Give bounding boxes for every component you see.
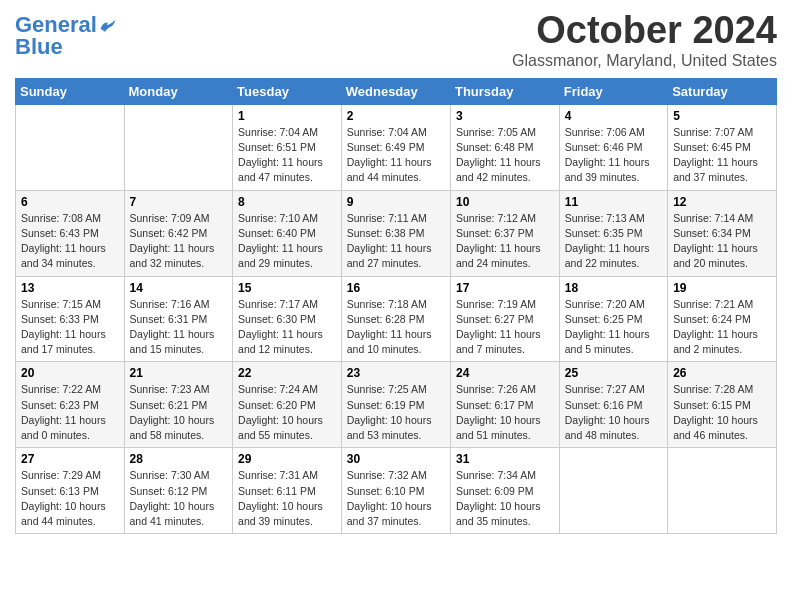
- day-number: 31: [456, 452, 554, 466]
- calendar-cell: 24Sunrise: 7:26 AM Sunset: 6:17 PM Dayli…: [450, 362, 559, 448]
- day-info: Sunrise: 7:06 AM Sunset: 6:46 PM Dayligh…: [565, 125, 662, 186]
- day-number: 11: [565, 195, 662, 209]
- calendar-cell: 17Sunrise: 7:19 AM Sunset: 6:27 PM Dayli…: [450, 276, 559, 362]
- day-number: 7: [130, 195, 228, 209]
- calendar-cell: 20Sunrise: 7:22 AM Sunset: 6:23 PM Dayli…: [16, 362, 125, 448]
- day-number: 8: [238, 195, 336, 209]
- calendar-cell: 8Sunrise: 7:10 AM Sunset: 6:40 PM Daylig…: [233, 190, 342, 276]
- day-info: Sunrise: 7:30 AM Sunset: 6:12 PM Dayligh…: [130, 468, 228, 529]
- day-info: Sunrise: 7:20 AM Sunset: 6:25 PM Dayligh…: [565, 297, 662, 358]
- day-number: 29: [238, 452, 336, 466]
- calendar-cell: 10Sunrise: 7:12 AM Sunset: 6:37 PM Dayli…: [450, 190, 559, 276]
- calendar-cell: 2Sunrise: 7:04 AM Sunset: 6:49 PM Daylig…: [341, 104, 450, 190]
- day-info: Sunrise: 7:21 AM Sunset: 6:24 PM Dayligh…: [673, 297, 771, 358]
- day-of-week-friday: Friday: [559, 78, 667, 104]
- day-number: 3: [456, 109, 554, 123]
- day-info: Sunrise: 7:27 AM Sunset: 6:16 PM Dayligh…: [565, 382, 662, 443]
- day-number: 15: [238, 281, 336, 295]
- day-number: 13: [21, 281, 119, 295]
- day-info: Sunrise: 7:14 AM Sunset: 6:34 PM Dayligh…: [673, 211, 771, 272]
- day-number: 22: [238, 366, 336, 380]
- calendar-table: SundayMondayTuesdayWednesdayThursdayFrid…: [15, 78, 777, 534]
- day-info: Sunrise: 7:04 AM Sunset: 6:49 PM Dayligh…: [347, 125, 445, 186]
- day-number: 16: [347, 281, 445, 295]
- day-number: 23: [347, 366, 445, 380]
- day-number: 18: [565, 281, 662, 295]
- day-info: Sunrise: 7:18 AM Sunset: 6:28 PM Dayligh…: [347, 297, 445, 358]
- calendar-cell: [124, 104, 233, 190]
- day-info: Sunrise: 7:25 AM Sunset: 6:19 PM Dayligh…: [347, 382, 445, 443]
- calendar-cell: 13Sunrise: 7:15 AM Sunset: 6:33 PM Dayli…: [16, 276, 125, 362]
- day-info: Sunrise: 7:31 AM Sunset: 6:11 PM Dayligh…: [238, 468, 336, 529]
- calendar-body: 1Sunrise: 7:04 AM Sunset: 6:51 PM Daylig…: [16, 104, 777, 533]
- week-row-3: 20Sunrise: 7:22 AM Sunset: 6:23 PM Dayli…: [16, 362, 777, 448]
- day-number: 12: [673, 195, 771, 209]
- day-info: Sunrise: 7:11 AM Sunset: 6:38 PM Dayligh…: [347, 211, 445, 272]
- day-number: 4: [565, 109, 662, 123]
- calendar-cell: 12Sunrise: 7:14 AM Sunset: 6:34 PM Dayli…: [668, 190, 777, 276]
- calendar-cell: 27Sunrise: 7:29 AM Sunset: 6:13 PM Dayli…: [16, 448, 125, 534]
- calendar-cell: 28Sunrise: 7:30 AM Sunset: 6:12 PM Dayli…: [124, 448, 233, 534]
- day-number: 25: [565, 366, 662, 380]
- day-number: 5: [673, 109, 771, 123]
- day-info: Sunrise: 7:08 AM Sunset: 6:43 PM Dayligh…: [21, 211, 119, 272]
- logo: General Blue: [15, 14, 117, 58]
- week-row-2: 13Sunrise: 7:15 AM Sunset: 6:33 PM Dayli…: [16, 276, 777, 362]
- day-of-week-sunday: Sunday: [16, 78, 125, 104]
- day-info: Sunrise: 7:10 AM Sunset: 6:40 PM Dayligh…: [238, 211, 336, 272]
- calendar-cell: 25Sunrise: 7:27 AM Sunset: 6:16 PM Dayli…: [559, 362, 667, 448]
- day-number: 1: [238, 109, 336, 123]
- day-number: 20: [21, 366, 119, 380]
- calendar-cell: 21Sunrise: 7:23 AM Sunset: 6:21 PM Dayli…: [124, 362, 233, 448]
- day-number: 14: [130, 281, 228, 295]
- day-info: Sunrise: 7:16 AM Sunset: 6:31 PM Dayligh…: [130, 297, 228, 358]
- day-info: Sunrise: 7:26 AM Sunset: 6:17 PM Dayligh…: [456, 382, 554, 443]
- day-number: 27: [21, 452, 119, 466]
- day-info: Sunrise: 7:34 AM Sunset: 6:09 PM Dayligh…: [456, 468, 554, 529]
- day-info: Sunrise: 7:32 AM Sunset: 6:10 PM Dayligh…: [347, 468, 445, 529]
- day-info: Sunrise: 7:23 AM Sunset: 6:21 PM Dayligh…: [130, 382, 228, 443]
- calendar-cell: [668, 448, 777, 534]
- day-info: Sunrise: 7:19 AM Sunset: 6:27 PM Dayligh…: [456, 297, 554, 358]
- calendar-cell: 19Sunrise: 7:21 AM Sunset: 6:24 PM Dayli…: [668, 276, 777, 362]
- day-number: 24: [456, 366, 554, 380]
- day-of-week-wednesday: Wednesday: [341, 78, 450, 104]
- day-number: 21: [130, 366, 228, 380]
- day-number: 6: [21, 195, 119, 209]
- calendar-cell: 3Sunrise: 7:05 AM Sunset: 6:48 PM Daylig…: [450, 104, 559, 190]
- day-number: 9: [347, 195, 445, 209]
- calendar-cell: 7Sunrise: 7:09 AM Sunset: 6:42 PM Daylig…: [124, 190, 233, 276]
- day-number: 26: [673, 366, 771, 380]
- calendar-header: SundayMondayTuesdayWednesdayThursdayFrid…: [16, 78, 777, 104]
- day-info: Sunrise: 7:09 AM Sunset: 6:42 PM Dayligh…: [130, 211, 228, 272]
- page-header: General Blue October 2024 Glassmanor, Ma…: [15, 10, 777, 70]
- day-number: 2: [347, 109, 445, 123]
- day-info: Sunrise: 7:05 AM Sunset: 6:48 PM Dayligh…: [456, 125, 554, 186]
- calendar-cell: 4Sunrise: 7:06 AM Sunset: 6:46 PM Daylig…: [559, 104, 667, 190]
- calendar-cell: [559, 448, 667, 534]
- title-block: October 2024 Glassmanor, Maryland, Unite…: [512, 10, 777, 70]
- day-number: 28: [130, 452, 228, 466]
- calendar-cell: 29Sunrise: 7:31 AM Sunset: 6:11 PM Dayli…: [233, 448, 342, 534]
- day-info: Sunrise: 7:17 AM Sunset: 6:30 PM Dayligh…: [238, 297, 336, 358]
- calendar-cell: 22Sunrise: 7:24 AM Sunset: 6:20 PM Dayli…: [233, 362, 342, 448]
- calendar-cell: [16, 104, 125, 190]
- day-info: Sunrise: 7:13 AM Sunset: 6:35 PM Dayligh…: [565, 211, 662, 272]
- calendar-title: October 2024: [512, 10, 777, 52]
- day-info: Sunrise: 7:07 AM Sunset: 6:45 PM Dayligh…: [673, 125, 771, 186]
- calendar-subtitle: Glassmanor, Maryland, United States: [512, 52, 777, 70]
- day-info: Sunrise: 7:22 AM Sunset: 6:23 PM Dayligh…: [21, 382, 119, 443]
- calendar-cell: 1Sunrise: 7:04 AM Sunset: 6:51 PM Daylig…: [233, 104, 342, 190]
- day-info: Sunrise: 7:04 AM Sunset: 6:51 PM Dayligh…: [238, 125, 336, 186]
- day-info: Sunrise: 7:29 AM Sunset: 6:13 PM Dayligh…: [21, 468, 119, 529]
- day-info: Sunrise: 7:24 AM Sunset: 6:20 PM Dayligh…: [238, 382, 336, 443]
- logo-text-general: General: [15, 14, 97, 36]
- day-number: 30: [347, 452, 445, 466]
- logo-bird-icon: [99, 18, 117, 32]
- day-of-week-tuesday: Tuesday: [233, 78, 342, 104]
- day-info: Sunrise: 7:15 AM Sunset: 6:33 PM Dayligh…: [21, 297, 119, 358]
- calendar-cell: 9Sunrise: 7:11 AM Sunset: 6:38 PM Daylig…: [341, 190, 450, 276]
- calendar-cell: 26Sunrise: 7:28 AM Sunset: 6:15 PM Dayli…: [668, 362, 777, 448]
- week-row-0: 1Sunrise: 7:04 AM Sunset: 6:51 PM Daylig…: [16, 104, 777, 190]
- week-row-4: 27Sunrise: 7:29 AM Sunset: 6:13 PM Dayli…: [16, 448, 777, 534]
